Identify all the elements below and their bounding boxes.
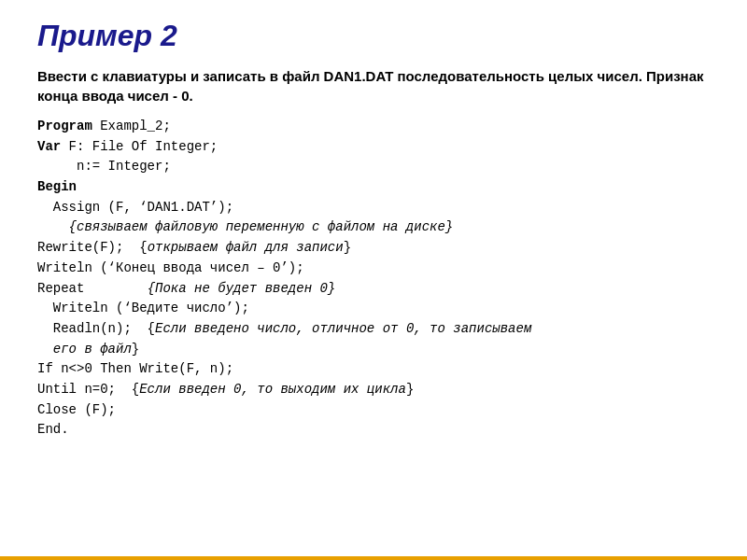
code-line: If n<>0 Then Write(F, n); <box>37 359 710 380</box>
code-line: Begin <box>37 177 710 198</box>
code-line: его в файл} <box>37 340 710 360</box>
code-line: Rewrite(F); {открываем файл для записи} <box>37 238 710 259</box>
code-line: Writeln (‘Ведите число’); <box>37 299 710 319</box>
description: Ввести с клавиатуры и записать в файл DA… <box>37 66 710 105</box>
page: Пример 2 Ввести с клавиатуры и записать … <box>0 0 747 560</box>
code-line: Close (F); <box>37 400 710 421</box>
code-line: End. <box>37 420 710 441</box>
code-line: {связываем файловую переменную с файлом … <box>37 217 710 238</box>
code-line: Readln(n); {Если введено число, отличное… <box>37 319 710 340</box>
code-line: Program Exampl_2; <box>37 117 710 137</box>
code-line: Until n=0; {Если введен 0, то выходим их… <box>37 380 710 400</box>
code-line: Assign (F, ‘DAN1.DAT’); <box>37 198 710 218</box>
bottom-border <box>0 556 747 560</box>
code-line: Writeln (‘Конец ввода чисел – 0’); <box>37 259 710 279</box>
code-line: Repeat {Пока не будет введен 0} <box>37 279 710 300</box>
page-title: Пример 2 <box>37 19 710 53</box>
code-line: n:= Integer; <box>37 157 710 177</box>
code-block: Program Exampl_2;Var F: File Of Integer;… <box>37 117 710 441</box>
code-line: Var F: File Of Integer; <box>37 137 710 158</box>
